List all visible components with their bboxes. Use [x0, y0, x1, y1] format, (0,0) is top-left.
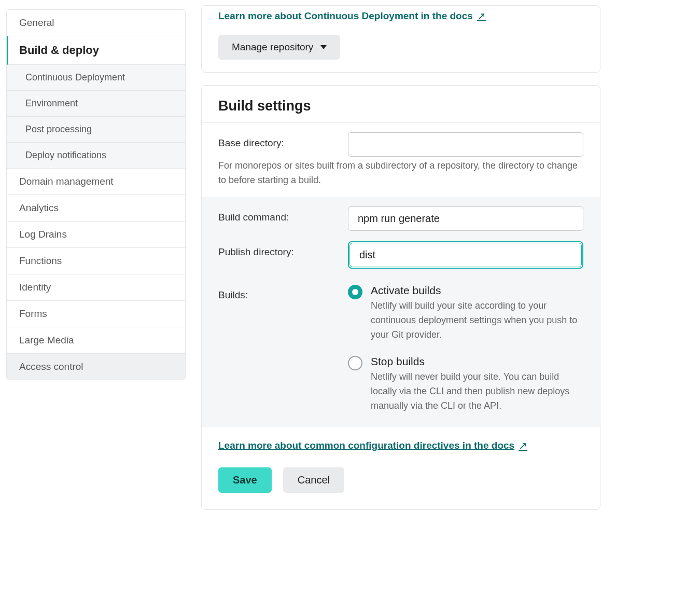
sidebar-item-forms[interactable]: Forms: [7, 301, 185, 327]
build-command-input[interactable]: [348, 206, 583, 231]
manage-repository-button[interactable]: Manage repository: [218, 35, 340, 60]
chevron-down-icon: [320, 45, 327, 49]
cancel-button[interactable]: Cancel: [283, 467, 344, 493]
publish-directory-input[interactable]: [349, 243, 582, 267]
base-directory-label: Base directory:: [218, 132, 338, 157]
learn-config-link[interactable]: Learn more about common configuration di…: [218, 439, 527, 452]
external-link-icon: ↗: [519, 439, 527, 452]
external-link-icon: ↗: [477, 10, 486, 22]
build-command-label: Build command:: [218, 206, 338, 231]
build-settings-card: Build settings Base directory: For monor…: [201, 85, 600, 510]
learn-config-link-text: Learn more about common configuration di…: [218, 440, 514, 451]
publish-directory-label: Publish directory:: [218, 241, 338, 269]
sidebar-sub-environment[interactable]: Environment: [7, 91, 185, 117]
builds-label: Builds:: [218, 284, 338, 413]
sidebar-sub-continuous-deployment[interactable]: Continuous Deployment: [7, 65, 185, 91]
radio-icon-selected[interactable]: [348, 285, 362, 299]
radio-icon-unselected[interactable]: [348, 356, 362, 370]
sidebar-item-identity[interactable]: Identity: [7, 274, 185, 301]
sidebar-item-general[interactable]: General: [7, 10, 185, 36]
radio-stop-title: Stop builds: [371, 355, 578, 368]
manage-repository-label: Manage repository: [232, 41, 313, 53]
base-directory-help: For monorepos or sites built from a subd…: [202, 159, 600, 197]
base-directory-input[interactable]: [348, 132, 583, 157]
sidebar-item-functions[interactable]: Functions: [7, 248, 185, 274]
sidebar-item-large-media[interactable]: Large Media: [7, 327, 185, 354]
radio-activate-builds[interactable]: Activate builds Netlify will build your …: [348, 284, 583, 342]
sidebar-item-build-deploy[interactable]: Build & deploy: [7, 36, 185, 65]
save-button[interactable]: Save: [218, 467, 272, 493]
sidebar-item-access-control[interactable]: Access control: [7, 354, 185, 380]
sidebar-sub-deploy-notifications[interactable]: Deploy notifications: [7, 143, 185, 169]
sidebar-item-analytics[interactable]: Analytics: [7, 195, 185, 222]
continuous-deployment-card: Learn more about Continuous Deployment i…: [201, 5, 600, 73]
settings-sidebar: General Build & deploy Continuous Deploy…: [6, 9, 186, 380]
radio-stop-builds[interactable]: Stop builds Netlify will never build you…: [348, 355, 583, 413]
radio-stop-desc: Netlify will never build your site. You …: [371, 370, 578, 413]
build-settings-title: Build settings: [218, 98, 583, 114]
sidebar-item-domain-management[interactable]: Domain management: [7, 169, 185, 195]
radio-activate-desc: Netlify will build your site according t…: [371, 299, 578, 342]
sidebar-item-log-drains[interactable]: Log Drains: [7, 222, 185, 248]
radio-activate-title: Activate builds: [371, 284, 578, 297]
learn-cd-link-text: Learn more about Continuous Deployment i…: [218, 10, 473, 22]
learn-cd-link[interactable]: Learn more about Continuous Deployment i…: [218, 10, 486, 22]
sidebar-sub-post-processing[interactable]: Post processing: [7, 117, 185, 143]
